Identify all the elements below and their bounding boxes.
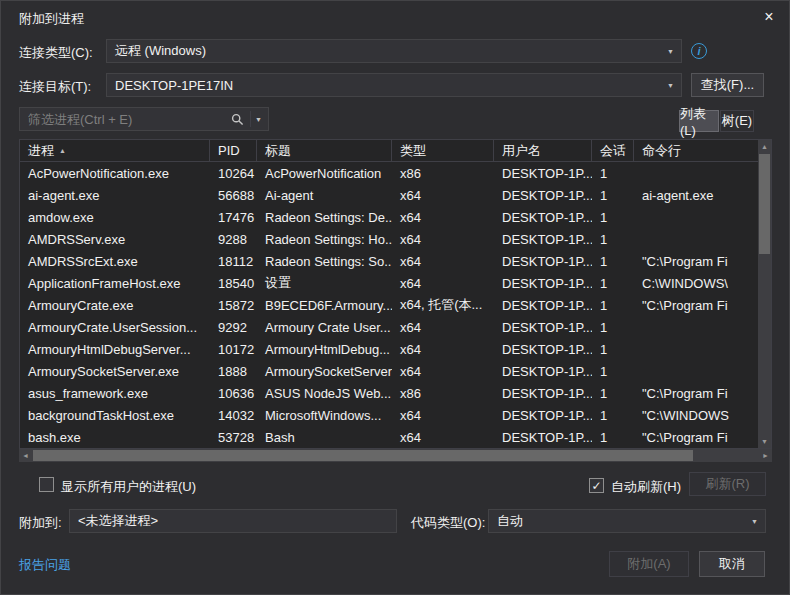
table-cell: 10172 [210, 338, 257, 360]
search-icon[interactable] [229, 113, 246, 126]
info-icon[interactable]: i [691, 43, 707, 59]
chevron-down-icon: ▼ [751, 518, 758, 525]
auto-refresh-checkbox[interactable]: ✓ [589, 478, 604, 493]
table-cell: ArmourySocketServer [257, 360, 392, 382]
table-row[interactable]: ArmouryCrate.UserSession...9292Armoury C… [20, 316, 758, 338]
table-cell: 1 [592, 206, 634, 228]
table-cell [634, 360, 758, 382]
attach-to-process-dialog: 附加到进程 × 连接类型(C): 远程 (Windows) ▼ i 连接目标(T… [0, 0, 790, 595]
connection-target-value: DESKTOP-1PE17IN [115, 78, 233, 93]
horizontal-scrollbar[interactable]: ◄ ► [19, 449, 772, 462]
find-button[interactable]: 查找(F)... [691, 73, 764, 97]
vertical-scroll-thumb[interactable] [759, 154, 770, 254]
table-cell: DESKTOP-1P... [494, 404, 592, 426]
table-row[interactable]: amdow.exe17476Radeon Settings: De...x64D… [20, 206, 758, 228]
connection-target-combo[interactable]: DESKTOP-1PE17IN ▼ [106, 73, 682, 97]
code-type-combo[interactable]: 自动 ▼ [488, 509, 766, 533]
connection-type-combo[interactable]: 远程 (Windows) ▼ [106, 39, 682, 63]
table-cell: DESKTOP-1P... [494, 360, 592, 382]
table-cell: x64, 托管(本... [392, 294, 494, 316]
table-cell: Armoury Crate User... [257, 316, 392, 338]
column-header-4[interactable]: 用户名 [494, 140, 592, 161]
table-cell: DESKTOP-1P... [494, 250, 592, 272]
list-view-button[interactable]: 列表(L) [679, 110, 719, 132]
chevron-down-icon[interactable]: ▼ [255, 116, 268, 123]
table-row[interactable]: AcPowerNotification.exe10264AcPowerNotif… [20, 162, 758, 184]
table-cell: ASUS NodeJS Web... [257, 382, 392, 404]
table-cell: 53728 [210, 426, 257, 448]
table-cell: backgroundTaskHost.exe [20, 404, 210, 426]
column-header-1[interactable]: PID [210, 140, 257, 161]
horizontal-scroll-thumb[interactable] [33, 450, 693, 461]
table-cell: amdow.exe [20, 206, 210, 228]
search-input[interactable] [28, 112, 229, 127]
table-row[interactable]: ApplicationFrameHost.exe18540设置x64DESKTO… [20, 272, 758, 294]
tree-view-button[interactable]: 树(E) [720, 110, 754, 132]
vertical-scrollbar[interactable]: ▲ ▼ [758, 140, 771, 448]
scroll-right-icon[interactable]: ► [759, 449, 772, 462]
table-cell: AMDRSServ.exe [20, 228, 210, 250]
connection-target-label: 连接目标(T): [19, 78, 91, 96]
table-cell: Bash [257, 426, 392, 448]
scroll-down-icon[interactable]: ▼ [758, 435, 771, 448]
table-cell: DESKTOP-1P... [494, 162, 592, 184]
table-cell: bash.exe [20, 426, 210, 448]
table-cell: 1 [592, 272, 634, 294]
table-row[interactable]: AMDRSSrcExt.exe18112Radeon Settings: So.… [20, 250, 758, 272]
table-cell: 1 [592, 184, 634, 206]
table-row[interactable]: AMDRSServ.exe9288Radeon Settings: Ho...x… [20, 228, 758, 250]
code-type-label: 代码类型(O): [411, 514, 485, 532]
scroll-up-icon[interactable]: ▲ [758, 140, 771, 153]
table-cell: 设置 [257, 272, 392, 294]
attach-button[interactable]: 附加(A) [609, 551, 689, 577]
column-header-2[interactable]: 标题 [257, 140, 392, 161]
table-cell: DESKTOP-1P... [494, 184, 592, 206]
column-header-6[interactable]: 命令行 [634, 140, 758, 161]
table-row[interactable]: ArmourySocketServer.exe1888ArmourySocket… [20, 360, 758, 382]
process-table: 进程▲PID标题类型用户名会话命令行 AcPowerNotification.e… [19, 139, 772, 449]
table-cell: 1 [592, 338, 634, 360]
cancel-button[interactable]: 取消 [699, 551, 765, 577]
table-row[interactable]: bash.exe53728Bashx64DESKTOP-1P...1"C:\Pr… [20, 426, 758, 448]
table-cell: AMDRSSrcExt.exe [20, 250, 210, 272]
column-header-3[interactable]: 类型 [392, 140, 494, 161]
attach-to-input[interactable] [69, 509, 397, 533]
table-cell [634, 206, 758, 228]
table-cell: Radeon Settings: So... [257, 250, 392, 272]
column-header-label: 会话 [600, 142, 626, 160]
table-cell: 10636 [210, 382, 257, 404]
table-row[interactable]: ArmouryHtmlDebugServer...10172ArmouryHtm… [20, 338, 758, 360]
column-header-5[interactable]: 会话 [592, 140, 634, 161]
table-cell [634, 316, 758, 338]
column-header-label: 用户名 [502, 142, 541, 160]
table-cell: 1 [592, 162, 634, 184]
table-cell: Radeon Settings: Ho... [257, 228, 392, 250]
refresh-button[interactable]: 刷新(R) [689, 472, 766, 496]
column-header-0[interactable]: 进程▲ [20, 140, 210, 161]
show-all-users-checkbox[interactable] [39, 477, 54, 492]
report-problem-link[interactable]: 报告问题 [19, 556, 71, 574]
table-cell [634, 228, 758, 250]
auto-refresh-label: 自动刷新(H) [611, 478, 681, 496]
table-row[interactable]: backgroundTaskHost.exe14032MicrosoftWind… [20, 404, 758, 426]
divider [250, 111, 251, 127]
table-cell: DESKTOP-1P... [494, 316, 592, 338]
table-row[interactable]: ai-agent.exe56688Ai-agentx64DESKTOP-1P..… [20, 184, 758, 206]
table-cell: 1 [592, 382, 634, 404]
table-cell: 14032 [210, 404, 257, 426]
table-cell: 1 [592, 426, 634, 448]
column-header-label: PID [218, 143, 240, 158]
table-cell: 9292 [210, 316, 257, 338]
table-row[interactable]: asus_framework.exe10636ASUS NodeJS Web..… [20, 382, 758, 404]
column-header-label: 类型 [400, 142, 426, 160]
close-button[interactable]: × [759, 7, 779, 27]
chevron-down-icon: ▼ [667, 48, 674, 55]
table-cell: 17476 [210, 206, 257, 228]
table-cell [634, 338, 758, 360]
table-row[interactable]: ArmouryCrate.exe15872B9ECED6F.Armoury...… [20, 294, 758, 316]
table-cell: x64 [392, 184, 494, 206]
column-header-label: 进程 [28, 142, 54, 160]
table-cell: "C:\WINDOWS [634, 404, 758, 426]
scroll-left-icon[interactable]: ◄ [19, 449, 32, 462]
table-cell: x64 [392, 316, 494, 338]
